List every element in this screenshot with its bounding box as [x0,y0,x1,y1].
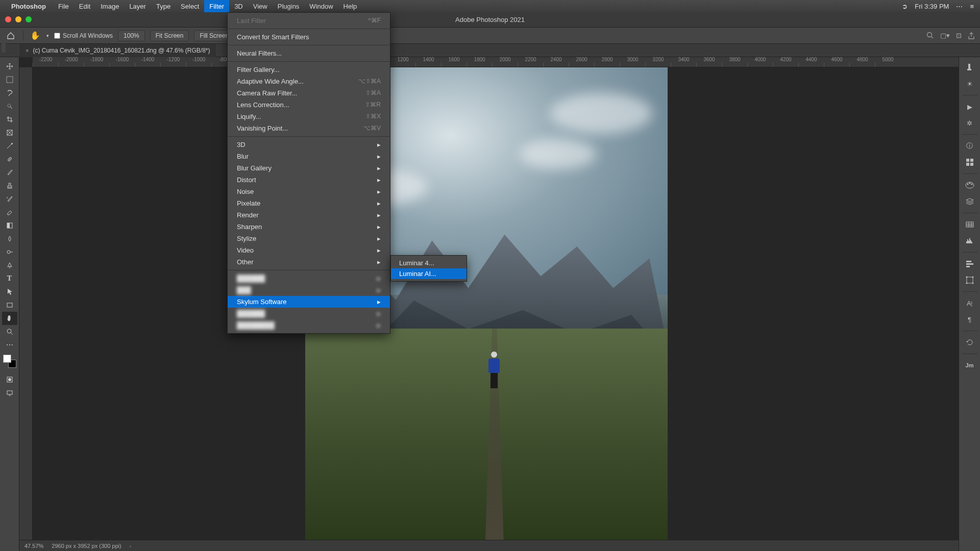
panel-settings-icon[interactable]: ✲ [962,116,977,130]
menu-plugin---------[interactable]: ████████▸ [228,319,390,331]
menu-plugin----[interactable]: ███▸ [228,284,390,296]
menu-adaptive-wide[interactable]: Adaptive Wide Angle...⌥⇧⌘A [228,76,390,87]
zoom-tool[interactable] [2,325,17,338]
submenu-luminar-ai---[interactable]: Luminar AI... [391,268,467,279]
menu-noise[interactable]: Noise▸ [228,186,390,197]
panel-paragraph-icon[interactable]: ¶ [962,312,977,327]
canvas-area[interactable]: -2200-2000-1800-1600-1400-1200-1000-8008… [19,57,959,551]
menubar-clock[interactable]: Fri 3:39 PM [915,3,949,10]
zoom-100-button[interactable]: 100% [118,30,145,41]
marquee-tool[interactable] [2,73,17,86]
path-select-tool[interactable] [2,285,17,298]
frame-tool[interactable] [2,126,17,139]
panel-grid-icon[interactable] [962,155,977,169]
menu-sharpen[interactable]: Sharpen▸ [228,221,390,233]
panel-table-icon[interactable] [962,217,977,232]
stamp-tool[interactable] [2,179,17,192]
menu-distort[interactable]: Distort▸ [228,174,390,186]
move-tool[interactable] [2,60,17,73]
menu-blur-gallery[interactable]: Blur Gallery▸ [228,162,390,174]
blur-tool[interactable] [2,232,17,245]
close-button[interactable] [5,16,11,22]
hand-tool[interactable] [2,312,17,325]
menu-type[interactable]: Type [151,0,176,12]
menu-file[interactable]: File [53,0,74,12]
menu-camera-raw[interactable]: Camera Raw Filter...⇧⌘A [228,87,390,99]
maximize-button[interactable] [26,16,32,22]
menu-view[interactable]: View [248,0,273,12]
history-brush-tool[interactable] [2,192,17,206]
menu-liquify[interactable]: Liquify...⇧⌘X [228,111,390,122]
panel-collapse-handle[interactable] [2,32,6,53]
panel-jm-icon[interactable]: Jm [962,358,977,372]
menu-window[interactable]: Window [304,0,338,12]
menu-render[interactable]: Render▸ [228,209,390,221]
search-icon[interactable] [926,32,934,39]
panel-histogram-icon[interactable] [962,234,977,248]
menu-filter-gallery[interactable]: Filter Gallery... [228,64,390,76]
menu-plugins[interactable]: Plugins [273,0,305,12]
submenu-luminar-4---[interactable]: Luminar 4... [391,258,467,268]
home-button[interactable] [5,30,16,41]
panel-transform-icon[interactable] [962,273,977,287]
pen-tool[interactable] [2,259,17,272]
screenmode-icon[interactable] [2,386,17,399]
close-tab-icon[interactable]: × [26,47,29,54]
menu-vanishing-point[interactable]: Vanishing Point...⌥⌘V [228,122,390,134]
status-chevron-icon[interactable]: › [130,543,132,549]
share-icon[interactable] [968,32,975,39]
menu-filter[interactable]: Filter [204,0,229,12]
minimize-button[interactable] [15,16,21,22]
color-swatches[interactable] [3,355,16,368]
menu-edit[interactable]: Edit [74,0,95,12]
scroll-all-checkbox[interactable]: Scroll All Windows [54,32,113,39]
menu-pixelate[interactable]: Pixelate▸ [228,197,390,209]
panel-character-icon[interactable]: AI [962,296,977,310]
panel-layers-icon[interactable] [962,194,977,209]
menu-video[interactable]: Video▸ [228,244,390,256]
horizontal-ruler[interactable]: -2200-2000-1800-1600-1400-1200-1000-8008… [33,57,959,67]
status-zoom[interactable]: 47.57% [24,543,43,549]
hand-tool-icon[interactable]: ✋ [30,31,40,40]
rectangle-tool[interactable] [2,298,17,312]
lasso-tool[interactable] [2,86,17,99]
menu-3d[interactable]: 3D [229,0,248,12]
status-speed-icon[interactable]: ➲ [902,3,908,10]
menu-plugin-------[interactable]: ██████▸ [228,308,390,319]
status-dimensions[interactable]: 2960 px x 3952 px (300 ppi) [52,543,121,549]
gradient-tool[interactable] [2,219,17,232]
edit-toolbar-icon[interactable]: ⋯ [2,338,17,352]
menu-3d[interactable]: 3D▸ [228,139,390,151]
brush-tool[interactable] [2,166,17,179]
menu-blur[interactable]: Blur▸ [228,151,390,162]
menu-image[interactable]: Image [95,0,124,12]
panel-swatches-icon[interactable] [962,178,977,192]
quick-select-tool[interactable] [2,99,17,113]
tool-preset-chevron-icon[interactable]: ▾ [46,33,49,38]
frame-icon[interactable]: ⊡ [956,32,962,39]
panel-align-icon[interactable] [962,257,977,271]
menubar-list-icon[interactable]: ≡ [970,3,974,10]
fg-color[interactable] [3,355,11,363]
menu-lens-correction[interactable]: Lens Correction...⇧⌘R [228,99,390,111]
menubar-dots-icon[interactable]: ⋯ [956,3,963,10]
document-tab[interactable]: × (c) Cuma Cevik_IMG_20180416_160821.dng… [19,44,216,57]
panel-info-icon[interactable]: ⓘ [962,139,977,153]
vertical-ruler[interactable] [19,67,33,551]
menu-help[interactable]: Help [338,0,362,12]
menu-other[interactable]: Other▸ [228,256,390,268]
panel-play-icon[interactable]: ▶ [962,99,977,114]
menu-neural-filters[interactable]: Neural Filters... [228,47,390,59]
quickmask-icon[interactable] [2,373,17,386]
dodge-tool[interactable] [2,245,17,259]
menu-stylize[interactable]: Stylize▸ [228,233,390,244]
workspace-switcher-icon[interactable]: ▢▾ [940,32,950,39]
fit-screen-button[interactable]: Fit Screen [150,30,189,41]
app-name[interactable]: Photoshop [11,3,46,10]
menu-plugin-skylum-software[interactable]: Skylum Software▸ [228,296,390,308]
healing-tool[interactable] [2,153,17,166]
panel-color-picker-icon[interactable] [962,60,977,74]
menu-select[interactable]: Select [176,0,204,12]
menu-convert-smart[interactable]: Convert for Smart Filters [228,31,390,43]
eyedropper-tool[interactable] [2,139,17,153]
